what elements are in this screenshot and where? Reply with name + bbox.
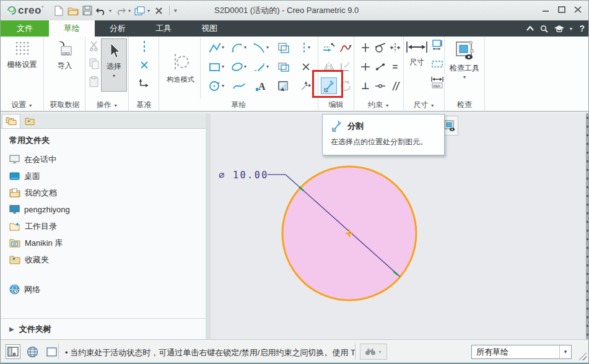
qat-customize-caret[interactable]: ▼ xyxy=(173,8,178,14)
tab-favorites[interactable]: * xyxy=(20,114,39,128)
windows-button[interactable] xyxy=(133,4,146,17)
equal-constraint-button[interactable]: = xyxy=(388,57,403,76)
ellipse-button[interactable]: ▼ xyxy=(228,57,250,76)
arc-button[interactable]: ▼ xyxy=(228,38,250,57)
mirror-button[interactable] xyxy=(320,57,337,76)
navigator-toggle-button[interactable] xyxy=(6,344,20,359)
help-icon[interactable]: ? xyxy=(579,24,585,33)
paste-icon[interactable] xyxy=(87,75,101,89)
point-icon[interactable] xyxy=(137,58,151,72)
dimension-value[interactable]: ∅ 10.00 xyxy=(219,170,269,181)
sidebar-item-manikin-library[interactable]: Manikin 库 xyxy=(1,235,206,251)
sidebar-item-in-session[interactable]: 在会话中 xyxy=(1,151,206,168)
tab-analysis[interactable]: 分析 xyxy=(95,20,141,37)
folder-tree-expand-arrow[interactable]: ▶ xyxy=(9,326,14,332)
perpendicular-constraint-button[interactable]: ⊥ xyxy=(358,76,373,95)
group-label-settings[interactable]: 设置 ▼ xyxy=(1,100,43,110)
fullscreen-toggle-button[interactable] xyxy=(44,344,59,359)
tangent-constraint-button[interactable] xyxy=(373,38,388,57)
save-button[interactable] xyxy=(81,4,94,17)
rectangle-caret[interactable]: ▼ xyxy=(221,64,225,69)
chamfer-button[interactable]: ▼ xyxy=(250,57,273,76)
tab-view[interactable]: 视图 xyxy=(186,20,232,37)
line-chain-caret[interactable]: ▼ xyxy=(221,45,225,50)
line-chain-button[interactable]: ▼ xyxy=(206,38,228,57)
perimeter-dimension-icon[interactable] xyxy=(430,38,444,52)
search-icon[interactable] xyxy=(540,25,548,33)
centerline-tool-caret[interactable]: ▼ xyxy=(307,45,312,50)
navigator-sash[interactable] xyxy=(206,113,211,339)
undo-button[interactable] xyxy=(95,4,108,17)
maximize-button[interactable] xyxy=(554,2,570,16)
right-panel-sash[interactable] xyxy=(586,113,589,363)
sidebar-item-computer[interactable]: pengzhiyong xyxy=(1,201,206,218)
fillet-caret[interactable]: ▼ xyxy=(266,45,270,50)
parallel-constraint-button[interactable] xyxy=(388,76,403,95)
resize-button[interactable] xyxy=(295,76,317,95)
centerline-tool-button[interactable]: ▼ xyxy=(295,38,317,57)
find-caret[interactable]: ▼ xyxy=(378,350,382,354)
group-label-dimension[interactable]: 尺寸 ▼ xyxy=(404,100,444,110)
open-file-button[interactable] xyxy=(67,4,79,17)
ellipse-caret[interactable]: ▼ xyxy=(243,64,248,69)
horizontal-constraint-button[interactable] xyxy=(358,57,373,76)
minimize-button[interactable] xyxy=(538,2,554,16)
circle-caret[interactable]: ▼ xyxy=(221,84,225,88)
tab-tools[interactable]: 工具 xyxy=(141,20,186,37)
corner-button[interactable] xyxy=(337,57,354,76)
filter-dropdown-caret[interactable]: ▼ xyxy=(559,345,571,358)
text-button[interactable]: A xyxy=(250,76,273,95)
centerline-icon[interactable] xyxy=(137,40,151,53)
cut-icon[interactable] xyxy=(87,39,101,53)
dimension-button[interactable]: 尺寸 xyxy=(404,37,430,96)
tab-folder-browser[interactable] xyxy=(2,114,20,128)
chamfer-caret[interactable]: ▼ xyxy=(266,64,270,69)
collapse-ribbon-icon[interactable] xyxy=(526,26,534,31)
sidebar-item-favorites[interactable]: * 收藏夹 xyxy=(1,251,206,268)
learning-center-icon[interactable] xyxy=(554,25,564,32)
sidebar-item-my-documents[interactable]: 我的文档 xyxy=(1,184,206,201)
palette-button[interactable] xyxy=(273,76,295,95)
sidebar-item-desktop[interactable]: 桌面 xyxy=(1,168,206,184)
group-label-operations[interactable]: 操作 ▼ xyxy=(86,100,128,110)
tab-sketch[interactable]: 草绘 xyxy=(49,20,95,37)
delete-segment-button[interactable] xyxy=(337,38,354,57)
import-button[interactable]: 导入 xyxy=(45,37,85,96)
modify-button[interactable] xyxy=(320,38,337,57)
vertical-constraint-button[interactable] xyxy=(358,38,373,57)
sketch-canvas[interactable]: ∅ 10.00 分割 在选择点的位置处分割图元。 xyxy=(211,113,586,339)
inspect-tools-button[interactable]: 检查工具 ▼ xyxy=(445,37,484,96)
windows-dropdown-caret[interactable]: ▼ xyxy=(146,9,151,13)
inspect-tools-caret[interactable]: ▼ xyxy=(463,75,467,79)
close-button[interactable] xyxy=(570,2,586,16)
folder-tree-bar[interactable]: ▶ 文件夹树 xyxy=(1,318,206,339)
resize-grip[interactable] xyxy=(578,352,587,360)
group-label-constrain[interactable]: 约束 ▼ xyxy=(354,100,403,110)
sidebar-item-working-directory[interactable]: 工作目录 xyxy=(1,218,206,235)
divide-button[interactable] xyxy=(320,76,337,95)
tab-file[interactable]: 文件 xyxy=(1,20,49,37)
thicken-button[interactable] xyxy=(273,57,295,76)
symmetric-constraint-button[interactable] xyxy=(388,38,403,57)
filter-combobox[interactable]: 所有草绘 ▼ xyxy=(471,345,572,359)
web-browser-toggle-button[interactable] xyxy=(25,344,40,359)
rectangle-button[interactable]: ▼ xyxy=(206,57,228,76)
spline-button[interactable] xyxy=(228,76,250,95)
select-caret[interactable]: ▼ xyxy=(112,74,116,78)
find-button[interactable]: ▼ xyxy=(360,344,387,360)
midpoint-constraint-button[interactable] xyxy=(373,76,388,95)
baseline-dimension-icon[interactable] xyxy=(430,57,444,71)
redo-button[interactable] xyxy=(114,4,126,17)
learning-center-caret[interactable]: ▼ xyxy=(569,27,574,31)
select-button[interactable]: 选择 ▼ xyxy=(101,38,127,92)
copy-icon[interactable] xyxy=(87,57,101,71)
new-file-button[interactable] xyxy=(53,4,65,17)
sidebar-item-network[interactable]: 网络 xyxy=(1,281,206,298)
close-window-button[interactable] xyxy=(152,4,165,17)
reference-dimension-icon[interactable]: REF xyxy=(430,76,444,89)
coincident-constraint-button[interactable] xyxy=(373,57,388,76)
construction-mode-toggle[interactable]: 构造模式 xyxy=(161,38,201,98)
offset-button[interactable] xyxy=(273,38,295,57)
coordinate-system-icon[interactable] xyxy=(137,77,151,90)
sketch-point-button[interactable] xyxy=(295,57,317,76)
